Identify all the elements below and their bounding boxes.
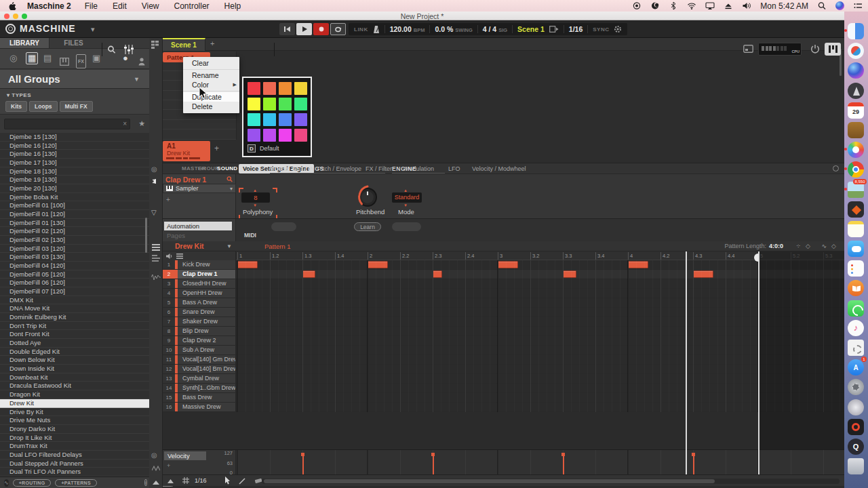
color-swatch-9[interactable] — [263, 113, 276, 126]
user-content-icon[interactable] — [138, 57, 146, 66]
dock-icon-ibooks[interactable] — [847, 279, 865, 297]
dock-icon-maschine[interactable] — [847, 418, 865, 436]
sound-search-icon[interactable] — [226, 176, 233, 182]
routing-icon[interactable]: ∿ — [4, 479, 9, 487]
follow-playhead-icon[interactable] — [549, 26, 559, 33]
row-number[interactable]: 8 — [163, 327, 175, 336]
row-number[interactable]: 15 — [163, 393, 175, 402]
row-grid[interactable] — [236, 260, 844, 269]
pencil-tool-icon[interactable] — [239, 477, 246, 485]
row-grid[interactable] — [236, 317, 844, 326]
row-sound-name[interactable]: Vocal[140] Bm Drew — [178, 365, 236, 373]
mode-down-icon[interactable]: ▼ — [403, 203, 408, 207]
note-event[interactable] — [237, 261, 258, 268]
list-item[interactable]: Dracula Eastwood Kit — [0, 382, 149, 390]
spotlight-icon[interactable] — [817, 1, 827, 10]
dock-icon-safari[interactable] — [847, 42, 865, 60]
row-sound-name[interactable]: Vocal[140] Gm Drew — [178, 355, 236, 364]
instruments-filter-icon[interactable] — [60, 58, 69, 66]
color-swatch-7[interactable] — [294, 98, 307, 110]
dock-icon-reminders[interactable] — [847, 260, 865, 277]
list-item[interactable]: DMX Kit — [0, 296, 149, 305]
row-number[interactable]: 6 — [163, 308, 175, 317]
list-item[interactable]: Dragon Kit — [0, 390, 149, 399]
menu-item-clear[interactable]: Clear — [183, 58, 239, 68]
menubar-item-edit[interactable]: Edit — [113, 1, 127, 11]
grid-snap-icon[interactable] — [182, 477, 189, 484]
row-grid[interactable] — [236, 355, 844, 364]
select-tool-icon[interactable] — [224, 476, 231, 485]
row-grid[interactable] — [236, 384, 844, 392]
row-grid[interactable] — [236, 270, 844, 279]
dock-icon-calendar[interactable]: 29 — [847, 102, 865, 119]
row-number[interactable]: 16 — [163, 403, 175, 411]
dock-icon-launchpad[interactable] — [847, 82, 865, 100]
list-item[interactable]: Down Inside Kit — [0, 365, 149, 373]
step-grid-value[interactable]: 1/16 — [195, 477, 207, 484]
add-group-button[interactable]: + — [214, 144, 219, 153]
plugin-slot[interactable]: Sampler ▾ — [163, 184, 236, 193]
list-item[interactable]: Down Below Kit — [0, 356, 149, 365]
note-event[interactable] — [498, 261, 518, 268]
tab-library[interactable]: LIBRARY — [0, 38, 49, 48]
color-swatch-13[interactable] — [263, 129, 276, 142]
note-event[interactable] — [628, 261, 648, 268]
color-swatch-4[interactable] — [248, 98, 260, 110]
type-chip-loops[interactable]: Loops — [29, 101, 58, 112]
row-number[interactable]: 14 — [163, 384, 175, 392]
list-item[interactable]: DjembeFill 03 [120] — [0, 245, 149, 253]
pattern-group-name[interactable]: Drew Kit — [175, 242, 204, 250]
row-sound-name[interactable]: Cymbal Drew — [178, 374, 236, 383]
list-item[interactable]: DjembeFill 07 [120] — [0, 287, 149, 296]
eject-icon[interactable] — [724, 1, 733, 10]
groups-filter-icon[interactable]: ▦ — [26, 52, 38, 64]
pattern-slot-empty[interactable] — [163, 129, 236, 139]
record-button[interactable] — [313, 23, 329, 35]
note-snap-icon[interactable]: ⁘ — [795, 243, 801, 249]
types-label[interactable]: ▾ TYPES — [7, 92, 31, 98]
window-titlebar[interactable]: New Project * — [0, 12, 844, 20]
search-icon[interactable] — [107, 45, 116, 54]
dock-icon-orb[interactable] — [847, 399, 865, 416]
row-sound-name[interactable]: Bass A Drew — [178, 298, 236, 307]
row-grid[interactable] — [236, 393, 844, 402]
menubar-item-controller[interactable]: Controller — [174, 1, 210, 11]
dock-icon-photo[interactable]: 8,550 — [847, 181, 865, 199]
list-item[interactable]: Downbeat Kit — [0, 373, 149, 382]
menu-item-delete[interactable]: Delete — [183, 102, 239, 112]
row-number[interactable]: 3 — [163, 279, 175, 288]
list-item[interactable]: DjembeFill 02 [120] — [0, 227, 149, 236]
sample-view-icon[interactable] — [151, 274, 161, 281]
info-segment-link[interactable]: LINK — [354, 26, 368, 33]
list-item[interactable]: Dual Tri LFO Alt Panners — [0, 468, 149, 476]
wifi-icon[interactable] — [687, 1, 696, 10]
list-item[interactable]: Djembe 18 [130] — [0, 167, 149, 176]
row-grid[interactable] — [236, 365, 844, 373]
library-scrollbar[interactable] — [145, 218, 147, 253]
mode-pill[interactable] — [392, 222, 421, 231]
list-item[interactable]: Drony Darko Kit — [0, 425, 149, 434]
dock-icon-chrome[interactable] — [847, 161, 865, 178]
volume-icon[interactable] — [742, 1, 751, 10]
color-swatch-6[interactable] — [279, 98, 292, 110]
loop-button[interactable] — [330, 23, 346, 35]
menubar-item-view[interactable]: View — [142, 1, 159, 11]
patterns-button[interactable]: +PATTERNS — [55, 479, 96, 487]
list-item[interactable]: Djembe 17 [130] — [0, 159, 149, 167]
row-number[interactable]: 11 — [163, 355, 175, 364]
menubar-app-name[interactable]: Maschine 2 — [27, 1, 71, 11]
default-color-row[interactable]: D Default — [248, 144, 279, 152]
siri-icon[interactable] — [835, 1, 844, 10]
dock-icon-finder[interactable] — [847, 22, 865, 40]
row-grid[interactable] — [236, 374, 844, 383]
dock-icon-itunes[interactable]: ♪ — [847, 319, 865, 337]
pattern-length[interactable]: Pattern Length:4:0:0 — [724, 243, 783, 249]
info-segment-swing[interactable]: 0.0 %SWING — [435, 25, 472, 33]
pages-tab[interactable]: Pages — [167, 232, 185, 239]
wave-edit-icon[interactable]: ∿ — [821, 243, 827, 249]
row-sound-name[interactable]: Snare Drew — [178, 308, 236, 317]
info-segment-scene-1[interactable]: Scene 1 — [517, 25, 545, 33]
mixer-icon[interactable] — [123, 45, 134, 54]
fx-filter-icon[interactable]: FX — [76, 54, 86, 68]
row-sound-name[interactable]: Massive Drew — [178, 403, 236, 411]
